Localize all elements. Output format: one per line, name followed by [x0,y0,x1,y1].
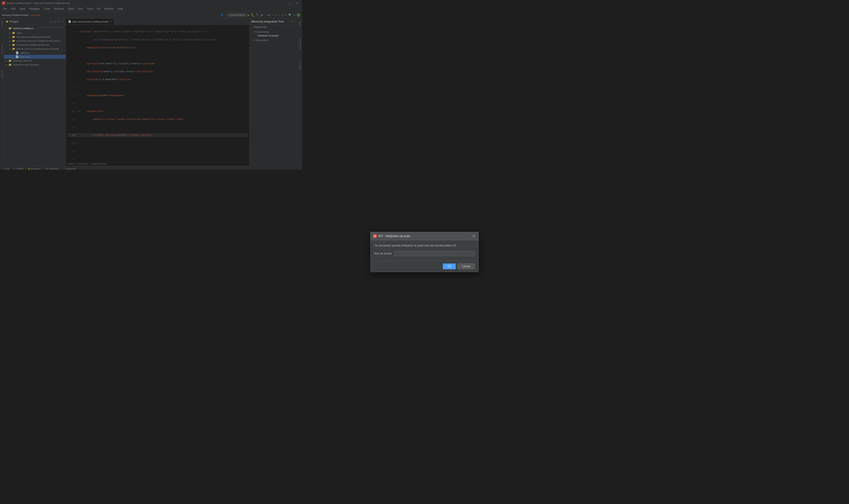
dialog-overlay: M MIT - Initialisation du projet ✕ Ce co… [0,0,302,169]
